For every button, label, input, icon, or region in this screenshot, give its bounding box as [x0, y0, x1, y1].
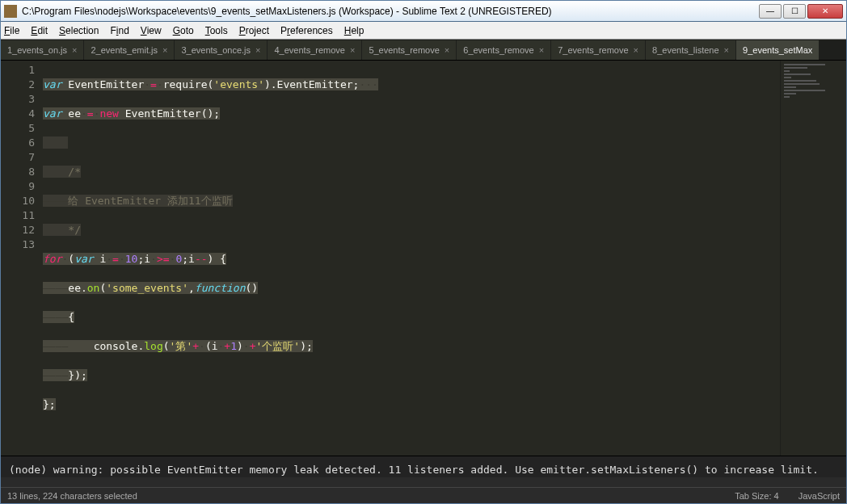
close-icon[interactable]: × — [255, 45, 260, 55]
menu-edit[interactable]: Edit — [31, 25, 48, 36]
tabbar: 1_events_on.js× 2_events_emit.js× 3_even… — [1, 40, 846, 61]
menu-tools[interactable]: Tools — [205, 25, 228, 36]
close-icon[interactable]: × — [445, 45, 449, 55]
close-icon[interactable]: × — [724, 45, 729, 55]
tab-4[interactable]: 5_events_remove× — [362, 40, 457, 60]
menu-selection[interactable]: Selection — [59, 25, 99, 36]
code-area[interactable]: var EventEmitter·=·require('events').Eve… — [43, 61, 780, 456]
status-tab-size[interactable]: Tab Size: 4 — [735, 491, 778, 501]
line-gutter: 12345678910111213 — [1, 61, 43, 456]
titlebar[interactable]: C:\Program Files\nodejs\Workspace\events… — [1, 1, 846, 22]
tab-5[interactable]: 6_events_remove× — [457, 40, 551, 60]
status-syntax[interactable]: JavaScript — [799, 491, 840, 501]
close-icon[interactable]: × — [350, 45, 355, 55]
tab-3[interactable]: 4_events_remove× — [268, 40, 362, 60]
tab-7[interactable]: 8_events_listene× — [646, 40, 736, 60]
tab-1[interactable]: 2_events_emit.js× — [84, 40, 175, 60]
output-line: (node) warning: possible EventEmitter me… — [9, 463, 838, 477]
menu-find[interactable]: Find — [110, 25, 129, 36]
close-button[interactable]: ✕ — [807, 4, 843, 19]
tab-8[interactable]: 9_events_setMax — [736, 40, 820, 60]
menu-view[interactable]: View — [141, 25, 162, 36]
close-icon[interactable]: × — [634, 45, 638, 55]
app-icon — [4, 5, 17, 18]
tab-6[interactable]: 7_events_remove× — [551, 40, 646, 60]
minimize-button[interactable]: — — [759, 4, 782, 19]
window-controls: — ☐ ✕ — [759, 4, 843, 19]
maximize-button[interactable]: ☐ — [783, 4, 806, 19]
close-icon[interactable]: × — [539, 45, 544, 55]
menu-goto[interactable]: Goto — [173, 25, 194, 36]
menu-help[interactable]: Help — [344, 25, 365, 36]
tab-0[interactable]: 1_events_on.js× — [1, 40, 84, 60]
editor[interactable]: 12345678910111213 var EventEmitter·=·req… — [1, 61, 846, 456]
minimap[interactable] — [780, 61, 846, 456]
app-window: C:\Program Files\nodejs\Workspace\events… — [0, 0, 847, 504]
build-output[interactable]: (node) warning: possible EventEmitter me… — [1, 456, 846, 477]
status-selection: 13 lines, 224 characters selected — [7, 491, 137, 501]
menubar: File Edit Selection Find View Goto Tools… — [1, 22, 846, 40]
tab-2[interactable]: 3_events_once.js× — [175, 40, 268, 60]
statusbar: 13 lines, 224 characters selected Tab Si… — [1, 487, 846, 503]
close-icon[interactable]: × — [72, 45, 77, 55]
menu-project[interactable]: Project — [239, 25, 269, 36]
menu-file[interactable]: File — [4, 25, 19, 36]
menu-preferences[interactable]: Preferences — [280, 25, 333, 36]
horizontal-scrollbar[interactable] — [1, 477, 846, 487]
titlebar-text: C:\Program Files\nodejs\Workspace\events… — [22, 6, 759, 17]
close-icon[interactable]: × — [162, 45, 167, 55]
